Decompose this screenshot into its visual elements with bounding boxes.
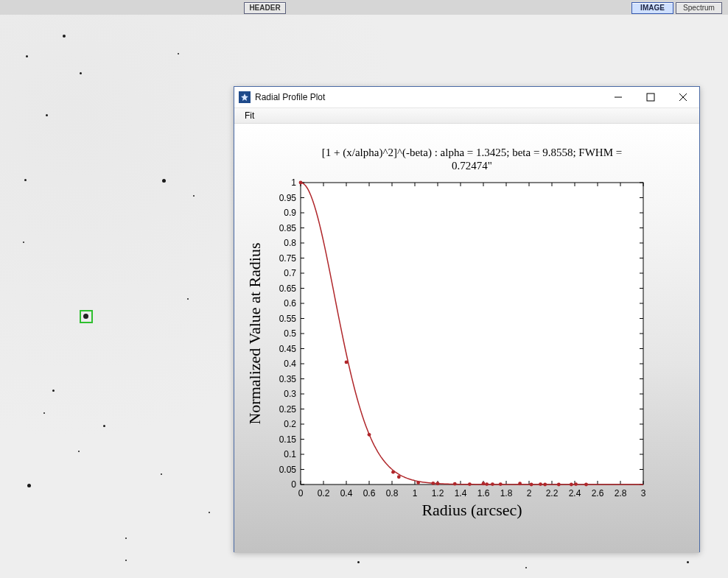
- svg-point-123: [368, 433, 371, 437]
- svg-text:0.95: 0.95: [279, 193, 297, 203]
- star-dot: [23, 242, 24, 243]
- svg-point-124: [391, 470, 395, 474]
- svg-text:1: 1: [291, 177, 296, 188]
- app-icon: [239, 91, 251, 103]
- svg-text:2.4: 2.4: [569, 488, 581, 498]
- svg-point-142: [584, 483, 588, 487]
- svg-point-122: [345, 361, 349, 364]
- svg-text:0.05: 0.05: [279, 465, 297, 475]
- svg-point-132: [485, 482, 489, 486]
- svg-text:0.9: 0.9: [284, 208, 296, 218]
- svg-text:1.4: 1.4: [455, 488, 467, 498]
- svg-text:0.45: 0.45: [279, 344, 297, 354]
- svg-text:0: 0: [291, 479, 296, 490]
- svg-point-130: [468, 482, 472, 486]
- svg-rect-7: [301, 183, 643, 484]
- svg-text:[1 + (x/alpha)^2]^(-beta) : al: [1 + (x/alpha)^2]^(-beta) : alpha = 1.34…: [322, 147, 622, 159]
- svg-text:Radius (arcsec): Radius (arcsec): [421, 501, 522, 519]
- menubar: Fit: [234, 108, 699, 124]
- star-dot: [46, 114, 48, 116]
- menu-fit[interactable]: Fit: [240, 109, 259, 122]
- star-dot: [24, 179, 27, 181]
- plot-canvas[interactable]: [1 + (x/alpha)^2]^(-beta) : alpha = 1.34…: [234, 124, 699, 553]
- svg-point-125: [397, 475, 401, 479]
- svg-text:0.15: 0.15: [279, 434, 297, 445]
- svg-text:0: 0: [298, 488, 304, 498]
- close-button[interactable]: [667, 87, 699, 108]
- spectrum-button[interactable]: Spectrum: [676, 2, 722, 14]
- svg-text:0.8: 0.8: [386, 488, 399, 498]
- star-dot: [187, 298, 189, 300]
- star-dot: [525, 567, 527, 568]
- svg-text:2: 2: [527, 488, 532, 498]
- star-dot: [162, 179, 166, 183]
- svg-text:0.2: 0.2: [318, 488, 330, 498]
- star-dot: [26, 55, 28, 57]
- star-dot: [209, 512, 210, 513]
- star-dot: [357, 561, 360, 563]
- star-dot: [103, 425, 105, 427]
- star-dot: [687, 561, 689, 563]
- star-dot: [125, 560, 127, 561]
- svg-text:0.6: 0.6: [284, 298, 296, 309]
- svg-point-138: [543, 483, 547, 487]
- svg-text:0.1: 0.1: [284, 449, 296, 459]
- svg-point-140: [570, 483, 573, 487]
- selection-marker[interactable]: [80, 310, 93, 323]
- svg-text:0.5: 0.5: [284, 328, 296, 339]
- svg-point-129: [453, 482, 457, 486]
- svg-text:3: 3: [641, 488, 646, 498]
- svg-point-131: [482, 482, 486, 485]
- star-dot: [78, 451, 80, 452]
- star-dot: [178, 53, 179, 54]
- star-dot: [80, 72, 82, 74]
- svg-text:2.8: 2.8: [615, 488, 627, 498]
- window-titlebar[interactable]: Radial Profile Plot: [234, 87, 699, 108]
- svg-point-127: [431, 482, 435, 485]
- svg-text:2.6: 2.6: [592, 488, 604, 498]
- svg-text:1.2: 1.2: [432, 488, 444, 498]
- minimize-button[interactable]: [602, 87, 634, 108]
- svg-text:0.25: 0.25: [279, 404, 297, 415]
- svg-text:0.2: 0.2: [284, 419, 296, 429]
- svg-point-137: [539, 482, 542, 486]
- svg-text:0.85: 0.85: [279, 223, 297, 233]
- header-button[interactable]: HEADER: [244, 2, 286, 14]
- svg-point-134: [499, 482, 503, 486]
- svg-text:0.4: 0.4: [340, 488, 353, 498]
- svg-text:0.75: 0.75: [279, 253, 297, 264]
- svg-point-135: [518, 482, 522, 485]
- svg-point-139: [557, 483, 561, 487]
- star-dot: [27, 484, 31, 487]
- svg-text:0.8: 0.8: [284, 238, 296, 248]
- star-dot: [193, 195, 195, 197]
- svg-text:0.3: 0.3: [284, 389, 296, 399]
- svg-point-126: [416, 481, 420, 484]
- svg-text:1: 1: [413, 488, 418, 498]
- star-dot: [43, 412, 45, 414]
- svg-text:1.6: 1.6: [477, 488, 490, 498]
- svg-point-121: [299, 181, 303, 185]
- svg-text:Normalized Value at Radius: Normalized Value at Radius: [245, 242, 264, 424]
- star-dot: [125, 538, 127, 539]
- svg-rect-2: [647, 94, 654, 101]
- svg-text:0.7: 0.7: [284, 268, 296, 278]
- svg-text:0.6: 0.6: [363, 488, 376, 498]
- svg-text:0.35: 0.35: [279, 374, 297, 384]
- star-dot: [52, 390, 55, 392]
- svg-text:2.2: 2.2: [546, 488, 559, 498]
- radial-profile-window: Radial Profile Plot Fit [1 + (x/alpha)^2…: [234, 86, 700, 552]
- svg-text:0.55: 0.55: [279, 314, 297, 324]
- svg-text:0.72474": 0.72474": [452, 160, 492, 172]
- svg-marker-0: [241, 94, 248, 101]
- svg-text:0.4: 0.4: [284, 359, 296, 369]
- svg-text:1.8: 1.8: [500, 488, 513, 498]
- svg-point-128: [436, 482, 440, 485]
- image-button[interactable]: IMAGE: [631, 2, 673, 14]
- star-dot: [161, 473, 162, 475]
- maximize-button[interactable]: [634, 87, 667, 108]
- svg-point-141: [574, 482, 578, 486]
- window-title: Radial Profile Plot: [255, 92, 602, 102]
- svg-text:0.65: 0.65: [279, 283, 297, 294]
- image-top-strip: [0, 0, 728, 15]
